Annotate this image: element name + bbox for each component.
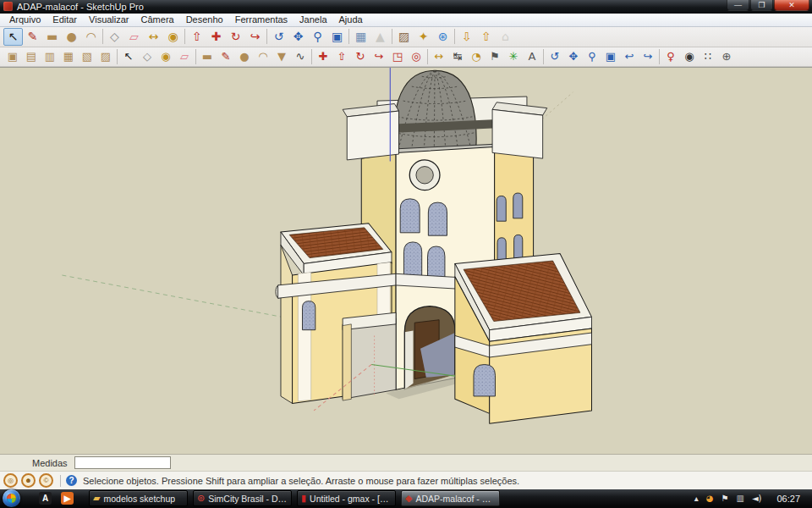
move-tool-icon: ✚ xyxy=(211,30,222,43)
zoom-extents-tool-button[interactable]: ▣ xyxy=(327,28,347,46)
offset-tool-2-button[interactable]: ◎ xyxy=(407,48,425,64)
zoom-next-tool-button[interactable]: ↪ xyxy=(639,48,657,64)
adobe-app-icon[interactable]: A xyxy=(39,492,52,505)
eraser-tool-2-button[interactable]: ▱ xyxy=(175,48,194,64)
push-pull-tool-2-button[interactable]: ⇧ xyxy=(332,48,351,64)
paint-bucket-tool-2-button[interactable]: ◉ xyxy=(156,48,175,64)
credits-status-icon[interactable]: ☻ xyxy=(21,473,36,488)
menu-desenho[interactable]: Desenho xyxy=(180,14,229,26)
zoom-previous-tool-button[interactable]: ↩ xyxy=(620,48,639,64)
pan-tool-2-button[interactable]: ✥ xyxy=(564,48,583,64)
move-tool-button[interactable]: ✚ xyxy=(206,28,226,46)
maximize-button[interactable]: ❐ xyxy=(750,0,773,11)
tape-measure-tool-2-button[interactable]: ↔ xyxy=(430,48,448,64)
make-component-tool-2-button[interactable]: ◇ xyxy=(138,48,156,64)
zoom-tool-button[interactable]: ⚲ xyxy=(308,28,327,46)
rotate-tool-2-button[interactable]: ↻ xyxy=(351,48,370,64)
axes-tool-button[interactable]: ✳ xyxy=(504,48,523,64)
task-modelos-sketchup[interactable]: ▰modelos sketchup xyxy=(89,490,188,506)
tape-measure-tool-button[interactable]: ↔ xyxy=(144,28,163,46)
trim-tool-button[interactable]: ▧ xyxy=(78,48,96,64)
line-tool-button[interactable]: ✎ xyxy=(23,28,42,46)
geolocation-status-icon[interactable]: ◎ xyxy=(3,473,18,488)
eraser-tool-button[interactable]: ▱ xyxy=(124,28,144,46)
select-tool-2-button[interactable]: ↖ xyxy=(119,48,138,64)
follow-me-tool-button[interactable]: ↪ xyxy=(370,48,388,64)
rotate-tool-button[interactable]: ↻ xyxy=(226,28,245,46)
color-app-tray-icon[interactable]: ◕ xyxy=(706,494,714,503)
google-earth-button-button[interactable]: ⊛ xyxy=(433,28,453,46)
subtract-tool-button[interactable]: ▦ xyxy=(59,48,78,64)
zoom-extents-tool-2-button[interactable]: ▣ xyxy=(601,48,620,64)
walk-tool-button[interactable]: ∷ xyxy=(699,48,717,64)
menu-ajuda[interactable]: Ajuda xyxy=(333,14,369,26)
offset-tool-button[interactable]: ↪ xyxy=(245,28,265,46)
arc-tool-2-button[interactable]: ◠ xyxy=(254,48,272,64)
measurements-input[interactable] xyxy=(74,456,171,469)
media-player-icon[interactable]: ▶ xyxy=(61,492,74,505)
pan-tool-button[interactable]: ✥ xyxy=(288,28,308,46)
zoom-tool-2-button[interactable]: ⚲ xyxy=(583,48,601,64)
3d-text-tool-button[interactable]: A xyxy=(523,48,541,64)
get-models-button-button[interactable]: ⇩ xyxy=(457,28,476,46)
dimension-tool-button[interactable]: ↹ xyxy=(448,48,467,64)
menu-ferramentas[interactable]: Ferramentas xyxy=(229,14,294,26)
photo-textures-button-button[interactable]: ▨ xyxy=(394,28,414,46)
push-pull-tool-button[interactable]: ⇧ xyxy=(187,28,206,46)
menu-janela[interactable]: Janela xyxy=(294,14,332,26)
polygon-tool-button[interactable]: ▼ xyxy=(272,48,291,64)
paint-bucket-tool-button[interactable]: ◉ xyxy=(163,28,183,46)
place-model-button-button[interactable]: ✦ xyxy=(414,28,433,46)
line-tool-2-button[interactable]: ✎ xyxy=(217,48,235,64)
menu-arquivo[interactable]: Arquivo xyxy=(3,14,47,26)
claim-credit-status-icon[interactable]: © xyxy=(39,473,53,488)
model-canvas[interactable] xyxy=(0,68,812,454)
menu-editar[interactable]: Editar xyxy=(47,14,83,26)
action-center-flag-icon[interactable]: ⚑ xyxy=(721,494,728,503)
circle-tool-button[interactable]: ● xyxy=(62,28,81,46)
minimize-button[interactable]: — xyxy=(727,0,749,11)
look-around-tool-button[interactable]: ◉ xyxy=(680,48,699,64)
menu-visualizar[interactable]: Visualizar xyxy=(83,14,135,26)
taskbar-clock[interactable]: 06:27 xyxy=(776,494,812,504)
start-button[interactable] xyxy=(3,489,20,507)
share-component-button-button[interactable]: ⌂ xyxy=(496,28,515,46)
orbit-tool-button[interactable]: ↺ xyxy=(269,28,288,46)
toggle-terrain-button-button[interactable]: ▲ xyxy=(370,28,390,46)
arc-tool-button[interactable]: ◠ xyxy=(81,28,101,46)
share-model-button-button[interactable]: ⇧ xyxy=(476,28,496,46)
split-tool-button[interactable]: ▨ xyxy=(96,48,115,64)
volume-icon[interactable]: ◄) xyxy=(752,494,762,503)
make-component-tool-button[interactable]: ◇ xyxy=(105,28,124,46)
position-camera-tool-icon: ♀ xyxy=(667,50,675,63)
show-hidden-icons-chevron[interactable]: ▴ xyxy=(694,494,699,503)
text-tool-button[interactable]: ⚑ xyxy=(486,48,504,64)
circle-tool-2-button[interactable]: ● xyxy=(235,48,254,64)
drawing-area[interactable] xyxy=(0,67,812,454)
move-tool-2-button[interactable]: ✚ xyxy=(314,48,332,64)
intersect-tool-button[interactable]: ▤ xyxy=(22,48,41,64)
task-adap-malacof-sketchup[interactable]: ◆ADAP-malacof - Ske... xyxy=(401,490,500,506)
menu-camera[interactable]: Câmera xyxy=(135,14,180,26)
window-titlebar[interactable]: ADAP-malacof - SketchUp Pro —❐✕ xyxy=(0,0,812,14)
protractor-tool-button[interactable]: ◔ xyxy=(467,48,486,64)
scale-tool-button[interactable]: ◳ xyxy=(388,48,407,64)
toggle-terrain-button-icon: ▲ xyxy=(376,30,385,43)
select-tool-button[interactable]: ↖ xyxy=(3,28,23,46)
help-icon[interactable]: ? xyxy=(66,475,77,486)
union-tool-button[interactable]: ▥ xyxy=(41,48,59,64)
rectangle-tool-button[interactable]: ▬ xyxy=(42,28,62,46)
task-simcity-brasil[interactable]: ⊚SimCity Brasil - Des... xyxy=(193,490,292,506)
task-untitled-gmax[interactable]: ▮Untitled - gmax - [B... xyxy=(297,490,396,506)
text-tool-icon: ⚑ xyxy=(490,50,500,63)
get-current-view-button-button[interactable]: ▦ xyxy=(351,28,370,46)
network-status-icon[interactable]: ▥ xyxy=(736,494,743,503)
rectangle-tool-2-button[interactable]: ▬ xyxy=(198,48,217,64)
position-camera-tool-button[interactable]: ♀ xyxy=(661,48,680,64)
freehand-tool-button[interactable]: ∿ xyxy=(291,48,310,64)
close-button[interactable]: ✕ xyxy=(774,0,809,11)
orbit-tool-2-button[interactable]: ↺ xyxy=(546,48,564,64)
section-plane-tool-button[interactable]: ⊕ xyxy=(717,48,736,64)
outer-shell-tool-button[interactable]: ▣ xyxy=(3,48,22,64)
eraser-tool-icon: ▱ xyxy=(129,30,139,43)
